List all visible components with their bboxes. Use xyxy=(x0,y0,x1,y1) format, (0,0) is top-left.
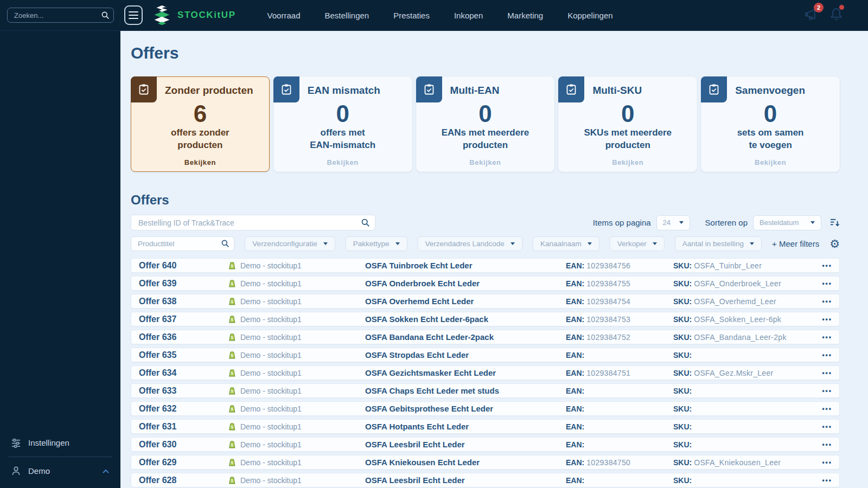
offer-id[interactable]: Offer 639 xyxy=(139,279,228,288)
sidebar-item-instellingen[interactable]: Instellingen xyxy=(0,431,120,454)
global-search-input[interactable] xyxy=(7,8,114,23)
table-row[interactable]: Offer 638 S Demo - stockitup1 OSFA Overh… xyxy=(131,294,840,309)
row-menu-button[interactable]: ••• xyxy=(815,441,839,448)
product-title-input[interactable] xyxy=(131,236,234,251)
card-view-link[interactable]: Bekijken xyxy=(274,158,412,166)
nav-item[interactable]: Koppelingen xyxy=(567,11,612,20)
user-icon xyxy=(11,466,21,476)
shopify-icon: S xyxy=(228,297,236,305)
row-menu-button[interactable]: ••• xyxy=(815,387,839,395)
sku-label: SKU: xyxy=(673,279,692,288)
table-row[interactable]: Offer 633 S Demo - stockitup1 OSFA Chaps… xyxy=(131,383,840,398)
filter-dropdown[interactable]: Pakkettype xyxy=(346,236,407,251)
channel-name: Demo - stockitup1 xyxy=(240,261,302,270)
nav-item[interactable]: Inkopen xyxy=(454,11,483,20)
card-description: sets om samen te voegen xyxy=(701,127,839,152)
offer-id[interactable]: Offer 638 xyxy=(139,297,228,306)
product-title: OSFA Chaps Echt Leder met studs xyxy=(365,386,566,395)
offer-id[interactable]: Offer 632 xyxy=(139,404,228,414)
card-description: offers zonder producten xyxy=(131,127,269,152)
gear-icon[interactable]: ⚙ xyxy=(829,238,840,249)
summary-card[interactable]: Multi-SKU 0 SKUs met meerdere producten … xyxy=(558,76,697,172)
offer-id[interactable]: Offer 636 xyxy=(139,332,228,342)
clipboard-check-icon xyxy=(558,76,584,102)
table-row[interactable]: Offer 630 S Demo - stockitup1 OSFA Leesb… xyxy=(131,437,840,452)
sku-label: SKU: xyxy=(673,458,692,467)
offer-id[interactable]: Offer 630 xyxy=(139,440,228,450)
row-menu-button[interactable]: ••• xyxy=(815,405,839,413)
offer-id[interactable]: Offer 640 xyxy=(139,261,228,271)
offer-id[interactable]: Offer 633 xyxy=(139,386,228,396)
nav-item[interactable]: Voorraad xyxy=(267,11,301,20)
clipboard-check-icon xyxy=(416,76,442,102)
row-menu-button[interactable]: ••• xyxy=(815,477,839,484)
filter-dropdown[interactable]: Kanaalnaam xyxy=(533,236,599,251)
summary-card[interactable]: Zonder producten 6 offers zonder product… xyxy=(131,76,270,172)
card-value: 0 xyxy=(417,101,554,126)
table-row[interactable]: Offer 639 S Demo - stockitup1 OSFA Onder… xyxy=(131,276,840,291)
row-menu-button[interactable]: ••• xyxy=(815,369,839,377)
filter-dropdown[interactable]: Verzendconfiguratie xyxy=(245,236,335,251)
filter-dropdown-label: Verzendconfiguratie xyxy=(252,240,317,248)
announcements-button[interactable]: 2 xyxy=(804,7,819,23)
sort-select[interactable]: Besteldatum xyxy=(753,215,821,230)
table-row[interactable]: Offer 629 S Demo - stockitup1 OSFA Kniek… xyxy=(131,455,840,470)
card-view-link[interactable]: Bekijken xyxy=(559,158,697,166)
offer-id[interactable]: Offer 635 xyxy=(139,350,228,360)
shopify-icon: S xyxy=(228,440,236,448)
row-menu-button[interactable]: ••• xyxy=(815,298,839,305)
nav-item[interactable]: Prestaties xyxy=(393,11,430,20)
table-row[interactable]: Offer 635 S Demo - stockitup1 OSFA Strop… xyxy=(131,348,840,362)
filter-dropdown[interactable]: Verzendadres Landcode xyxy=(418,236,522,251)
card-view-link[interactable]: Bekijken xyxy=(131,158,269,166)
ean-label: EAN: xyxy=(566,387,584,395)
offer-id[interactable]: Offer 629 xyxy=(139,458,228,467)
offer-id[interactable]: Offer 637 xyxy=(139,314,228,324)
table-row[interactable]: Offer 628 S Demo - stockitup1 OSFA Leesb… xyxy=(131,473,840,487)
filter-dropdown[interactable]: Verkoper xyxy=(610,236,665,251)
offer-id[interactable]: Offer 628 xyxy=(139,476,228,485)
table-row[interactable]: Offer 632 S Demo - stockitup1 OSFA Gebit… xyxy=(131,401,840,416)
table-row[interactable]: Offer 637 S Demo - stockitup1 OSFA Sokke… xyxy=(131,312,840,326)
offer-id[interactable]: Offer 631 xyxy=(139,422,228,432)
filter-dropdown[interactable]: Aantal in bestelling xyxy=(675,236,762,251)
row-menu-button[interactable]: ••• xyxy=(815,280,839,287)
ean-label: EAN: xyxy=(566,458,584,467)
row-menu-button[interactable]: ••• xyxy=(815,351,839,359)
brand-logo[interactable]: STOCKitUP xyxy=(152,4,236,27)
table-row[interactable]: Offer 631 S Demo - stockitup1 OSFA Hotpa… xyxy=(131,419,840,434)
row-menu-button[interactable]: ••• xyxy=(815,333,839,341)
row-menu-button[interactable]: ••• xyxy=(815,459,839,466)
svg-text:S: S xyxy=(231,354,233,357)
table-row[interactable]: Offer 640 S Demo - stockitup1 OSFA Tuinb… xyxy=(131,258,840,273)
nav-item[interactable]: Bestellingen xyxy=(324,11,369,20)
table-row[interactable]: Offer 634 S Demo - stockitup1 OSFA Gezic… xyxy=(131,365,840,380)
svg-text:S: S xyxy=(231,282,233,286)
items-per-page-select[interactable]: 24 xyxy=(656,215,690,230)
table-row[interactable]: Offer 636 S Demo - stockitup1 OSFA Banda… xyxy=(131,330,840,344)
order-search-input[interactable] xyxy=(131,215,375,230)
card-title: Multi-EAN xyxy=(450,84,550,97)
sku-label: SKU: xyxy=(673,440,692,449)
more-filters-button[interactable]: + Meer filters xyxy=(772,239,819,248)
row-menu-button[interactable]: ••• xyxy=(815,423,839,431)
notifications-button[interactable] xyxy=(829,7,843,23)
summary-card[interactable]: Samenvoegen 0 sets om samen te voegen Be… xyxy=(701,76,840,172)
summary-card[interactable]: EAN mismatch 0 offers met EAN-mismatch B… xyxy=(273,76,412,172)
row-menu-button[interactable]: ••• xyxy=(815,262,839,269)
topbar: STOCKitUP VoorraadBestellingenPrestaties… xyxy=(0,0,868,31)
offer-id[interactable]: Offer 634 xyxy=(139,368,228,378)
ean-label: EAN: xyxy=(566,315,584,324)
card-view-link[interactable]: Bekijken xyxy=(417,158,554,166)
row-menu-button[interactable]: ••• xyxy=(815,316,839,323)
nav-item[interactable]: Marketing xyxy=(507,11,543,20)
channel-name: Demo - stockitup1 xyxy=(240,387,302,395)
product-title: OSFA Onderbroek Echt Leder xyxy=(365,279,566,288)
summary-card[interactable]: Multi-EAN 0 EANs met meerdere producten … xyxy=(416,76,555,172)
sort-direction-icon[interactable] xyxy=(829,218,840,227)
filter-dropdown-label: Aantal in bestelling xyxy=(682,240,744,248)
sidebar-user-menu[interactable]: Demo xyxy=(0,459,120,483)
card-view-link[interactable]: Bekijken xyxy=(701,158,839,166)
clipboard-check-icon xyxy=(131,76,157,102)
menu-button[interactable] xyxy=(124,5,143,25)
